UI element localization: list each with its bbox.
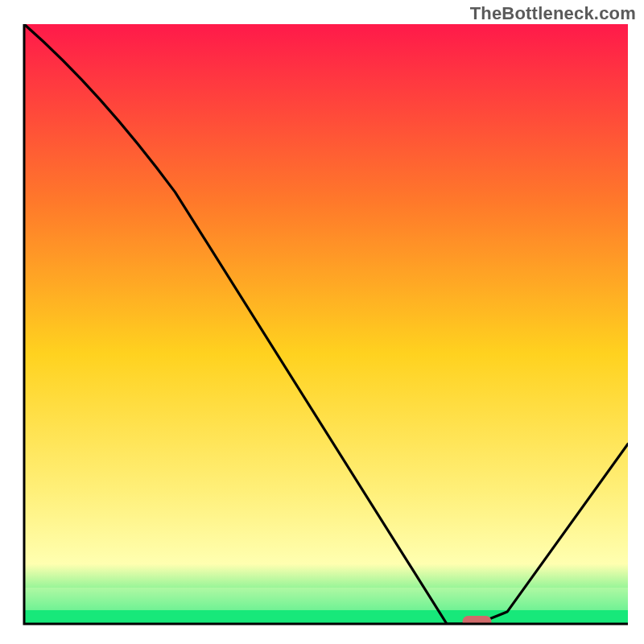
chart-svg [0,0,644,644]
pre-green-band [24,588,628,610]
green-band [24,610,628,624]
chart-stage: TheBottleneck.com [0,0,644,644]
optimal-marker [463,616,492,627]
plot-background [24,24,628,624]
watermark-text: TheBottleneck.com [470,3,636,24]
